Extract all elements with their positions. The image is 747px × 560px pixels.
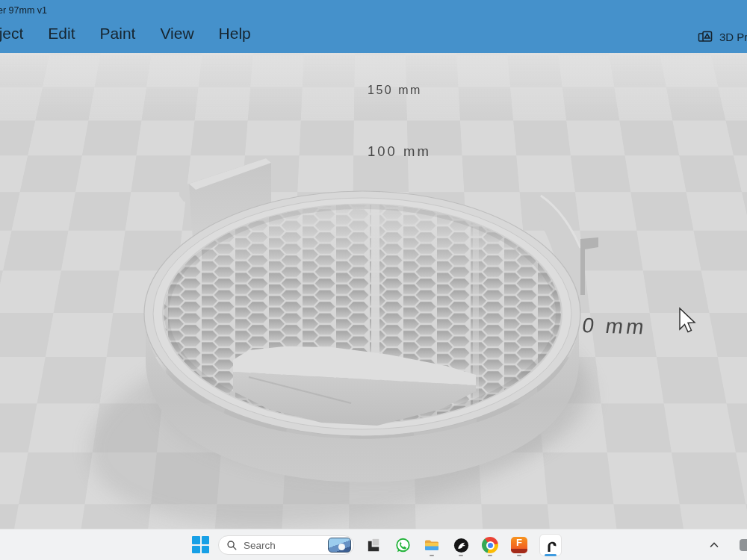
chrome-icon [482, 537, 498, 553]
taskbar-fusion-360[interactable]: F [510, 534, 528, 556]
menu-paint[interactable]: Paint [100, 25, 136, 43]
mouse-cursor-icon [680, 308, 695, 332]
start-button[interactable] [192, 536, 210, 554]
window-title: er 97mm v1 [0, 5, 47, 16]
printer-3d-icon [697, 28, 713, 45]
running-indicator [459, 555, 463, 557]
taskbar-icons: F [365, 534, 562, 556]
taskbar-chrome[interactable] [481, 534, 499, 556]
menu-edit[interactable]: Edit [48, 25, 75, 43]
running-indicator [488, 555, 492, 557]
start-logo-pane [192, 546, 200, 554]
running-indicator [430, 555, 434, 557]
tray-chevron-up-icon[interactable] [708, 539, 720, 551]
taskbar: Search [0, 529, 747, 560]
whatsapp-icon [394, 537, 412, 554]
menu-bar: Project Edit Paint View Help [0, 25, 251, 43]
start-logo-pane [192, 536, 200, 544]
menu-view[interactable]: View [160, 25, 193, 43]
running-indicator [517, 555, 521, 557]
fusion-letter: F [516, 537, 522, 549]
file-explorer-icon [423, 536, 441, 554]
3d-viewport-canvas[interactable]: 150 mm 100 mm 50 mm [0, 53, 747, 529]
taskbar-design-app[interactable] [365, 534, 382, 556]
taskbar-slicer-app-active[interactable] [539, 534, 562, 556]
print-3d-button[interactable]: 3D Print [697, 28, 747, 45]
design-app-icon [365, 537, 382, 554]
print-3d-label: 3D Print [719, 31, 747, 43]
search-placeholder: Search [244, 540, 328, 551]
taskbar-bird-app[interactable] [452, 534, 470, 556]
nozzle-glyph-icon [542, 536, 560, 554]
search-icon [226, 540, 238, 551]
app-header: er 97mm v1 Project Edit Paint View Help … [0, 0, 747, 53]
start-logo-pane [202, 536, 210, 544]
active-window-indicator [545, 554, 557, 556]
honeycomb-filter-disc-model[interactable] [0, 53, 747, 529]
start-logo-pane [202, 546, 210, 554]
taskbar-file-explorer[interactable] [423, 534, 441, 556]
search-input[interactable]: Search [218, 535, 354, 555]
fusion-360-icon: F [511, 537, 527, 553]
slicer-app-icon [539, 534, 562, 556]
search-highlight-thumbnail[interactable] [328, 538, 351, 553]
menu-project[interactable]: Project [0, 25, 23, 43]
taskbar-whatsapp[interactable] [394, 534, 412, 556]
menu-help[interactable]: Help [219, 25, 251, 43]
bird-app-icon [453, 537, 470, 554]
tray-icon-partial[interactable] [740, 539, 747, 551]
